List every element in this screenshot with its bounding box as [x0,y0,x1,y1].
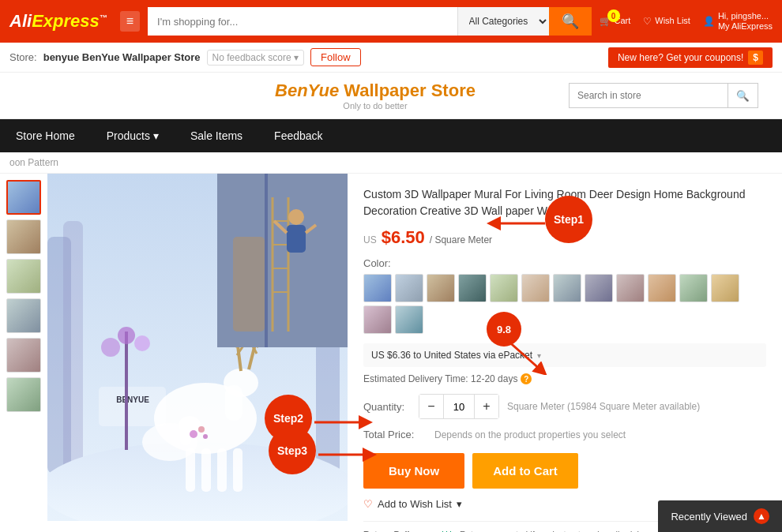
quantity-decrease-button[interactable]: − [419,395,443,418]
nav-feedback[interactable]: Feedback [258,119,338,152]
feedback-score[interactable]: No feedback score ▾ [207,50,304,66]
nav-sale-items[interactable]: Sale Items [175,119,258,152]
svg-rect-7 [225,385,242,421]
account-icon-item[interactable]: 👤 Hi, pingshe... My AliExpress [703,11,773,32]
svg-point-29 [118,327,135,344]
recently-viewed-bar[interactable]: Recently Viewed ▲ [658,500,782,532]
svg-point-23 [203,434,208,439]
total-row: Total Price: Depends on the product prop… [363,429,766,440]
quantity-row: Quantity: − + Square Meter (15984 Square… [363,394,766,419]
follow-button[interactable]: Follow [310,48,361,66]
product-area: BENYUE [0,174,782,532]
wishlist-dropdown-icon: ▾ [457,498,462,510]
color-label: Color: [363,257,766,269]
shipping-row[interactable]: US $6.36 to United States via ePacket ▾ [363,343,766,367]
total-value: Depends on the product properties you se… [434,429,626,440]
color-swatch-1[interactable] [363,274,392,302]
color-swatch-13[interactable] [363,305,392,334]
product-details: Custom 3D Wallpaper Mural For Living Roo… [348,174,782,532]
color-swatch-7[interactable] [553,274,581,302]
buy-now-button[interactable]: Buy Now [363,453,464,489]
color-swatch-14[interactable] [395,305,423,334]
svg-rect-24 [99,387,166,426]
color-swatch-5[interactable] [490,274,518,302]
store-navigation: Store Home Products ▾ Sale Items Feedbac… [0,119,782,152]
svg-rect-20 [180,426,191,445]
store-subtitle: Only to do better [343,101,407,111]
quantity-available: Square Meter (15984 Square Meter availab… [507,401,700,412]
nav-icons: 🛒 0 Cart ♡ Wish List 👤 Hi, pingshe... My… [600,11,773,32]
coupon-banner[interactable]: New here? Get your coupons! $ [608,47,773,68]
quantity-increase-button[interactable]: + [475,395,498,418]
store-logo-area: BenYue Wallpaper Store Only to do better [275,81,476,111]
color-swatch-6[interactable] [521,274,550,302]
top-navigation: AliExpress™ ≡ All Categories 🔍 🛒 0 Cart … [0,0,782,43]
hamburger-menu[interactable]: ≡ [120,11,140,32]
thumbnail-2[interactable] [6,219,41,254]
account-greeting: Hi, pingshe... [718,11,773,21]
color-swatch-2[interactable] [395,274,423,302]
installation-image [217,174,348,347]
installation-overlay [217,174,348,347]
main-image-area: BENYUE [47,174,348,532]
quantity-input[interactable] [443,395,475,418]
coupon-dollar: $ [748,51,763,65]
svg-point-21 [190,430,197,438]
store-bar: Store: benyue BenYue Wallpaper Store No … [0,43,782,73]
site-logo[interactable]: AliExpress™ [9,11,107,32]
thumbnail-4[interactable] [6,298,41,333]
svg-rect-15 [201,448,211,492]
action-buttons: Buy Now Add to Cart [363,453,766,489]
quantity-control: − + [419,394,499,419]
shipping-dropdown-icon: ▾ [537,351,541,360]
store-name[interactable]: benyue BenYue Wallpaper Store [43,51,201,63]
product-title: Custom 3D Wallpaper Mural For Living Roo… [363,186,766,219]
recently-viewed-label: Recently Viewed [671,511,747,523]
color-swatch-4[interactable] [458,274,487,302]
thumbnail-3[interactable] [6,259,41,294]
color-swatch-8[interactable] [585,274,613,302]
svg-point-38 [288,209,304,225]
svg-rect-16 [217,448,227,492]
shipping-text: US $6.36 to United States via ePacket [371,350,532,361]
thumbnail-6[interactable] [6,377,41,412]
delivery-row: Estimated Delivery Time: 12-20 days ? [363,373,766,384]
cart-icon-item[interactable]: 🛒 0 Cart [600,16,631,27]
price-currency-label: US [363,234,377,245]
wishlist-icon-item[interactable]: ♡ Wish List [643,16,690,27]
coupon-text: New here? Get your coupons! [618,52,743,63]
thumbnail-5[interactable] [6,338,41,373]
nav-products[interactable]: Products ▾ [91,119,175,152]
total-label: Total Price: [363,429,427,440]
color-swatch-12[interactable] [711,274,739,302]
store-search: 🔍 [569,83,758,108]
color-swatch-11[interactable] [679,274,708,302]
color-swatch-9[interactable] [616,274,645,302]
search-button[interactable]: 🔍 [549,7,592,36]
person-icon: 👤 [703,16,715,27]
delivery-label: Estimated Delivery Time: 12-20 days [363,373,517,384]
thumbnail-column [0,174,47,532]
recently-viewed-arrow-icon: ▲ [754,508,769,524]
category-select[interactable]: All Categories [457,7,549,36]
store-search-input[interactable] [570,84,727,107]
store-search-button[interactable]: 🔍 [727,84,758,107]
svg-rect-17 [233,448,242,492]
thumbnail-1[interactable] [6,180,41,215]
add-to-cart-button[interactable]: Add to Cart [472,453,578,489]
products-chevron-icon: ▾ [153,129,159,142]
color-swatch-3[interactable] [427,274,455,302]
heart-wishlist-icon: ♡ [363,498,373,510]
quantity-label: Quantity: [363,401,411,413]
nav-store-home[interactable]: Store Home [0,119,91,152]
store-header: BenYue Wallpaper Store Only to do better… [0,73,782,119]
store-bar-left: Store: benyue BenYue Wallpaper Store No … [9,48,361,66]
info-icon[interactable]: ? [521,373,532,384]
svg-text:BENYUE: BENYUE [116,395,149,404]
svg-rect-39 [287,225,306,253]
svg-point-28 [134,335,150,351]
svg-rect-31 [265,174,268,347]
store-prefix: Store: [9,51,37,63]
color-swatch-10[interactable] [648,274,676,302]
search-input[interactable] [148,7,457,36]
